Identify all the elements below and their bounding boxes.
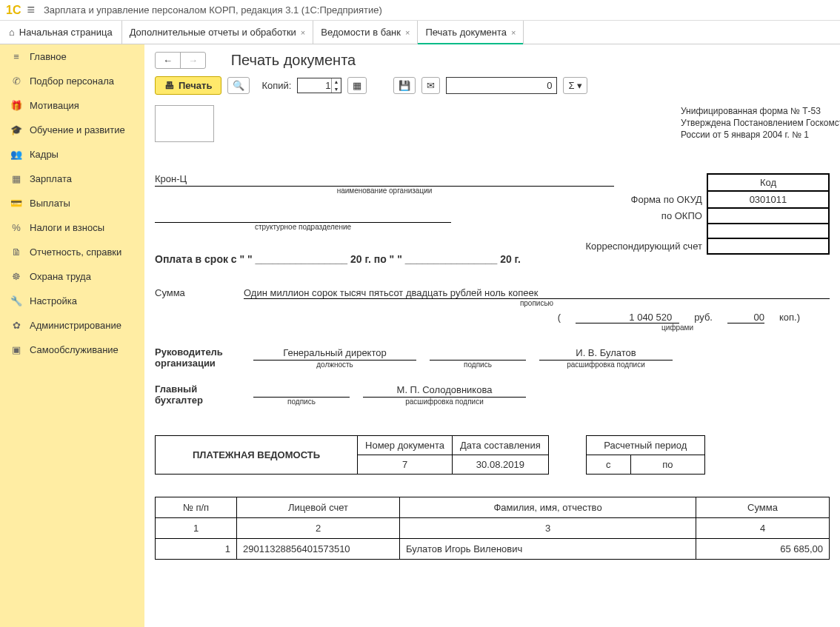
sidebar-item-motivation[interactable]: 🎁Мотивация	[0, 93, 144, 118]
close-icon[interactable]: ×	[405, 28, 410, 37]
code-blank1	[707, 224, 829, 238]
corr-value	[707, 238, 829, 254]
people-icon: 👥	[9, 149, 24, 160]
okpo-value	[707, 208, 829, 224]
okpo-label: по ОКПО	[581, 208, 707, 224]
home-label: Начальная страница	[19, 27, 113, 38]
dept-line	[155, 209, 451, 223]
email-button[interactable]: ✉	[421, 77, 440, 94]
close-icon[interactable]: ×	[301, 28, 305, 37]
doc-number: 7	[358, 455, 453, 475]
sum-label: Сумма	[155, 287, 244, 307]
list-icon: ≡	[9, 51, 24, 62]
accountant-sign	[253, 384, 350, 398]
close-icon[interactable]: ×	[511, 28, 516, 37]
screen-icon: ▣	[9, 344, 24, 355]
sum-sublabel: прописью	[244, 299, 830, 307]
sidebar-item-safety[interactable]: ☸Охрана труда	[0, 264, 144, 289]
manager-job: Генеральный директор	[253, 347, 416, 361]
amount-value: 1 040 520	[576, 312, 679, 323]
spin-up-icon[interactable]: ▲	[331, 78, 340, 86]
sum-words: Один миллион сорок тысяч пятьсот двадцат…	[244, 287, 830, 299]
page-title: Печать документа	[231, 52, 356, 69]
period-table: Расчетный период с по	[586, 435, 705, 475]
sidebar-item-salary[interactable]: ▦Зарплата	[0, 167, 144, 191]
accountant-label: Главный бухгалтер	[155, 383, 240, 406]
doc-icon: 🗎	[9, 247, 24, 258]
print-button[interactable]: 🖶 Печать	[155, 76, 221, 95]
copies-input[interactable]: 1 ▲▼	[297, 78, 341, 93]
doc-header-table: ПЛАТЕЖНАЯ ВЕДОМОСТЬ Номер документа Дата…	[155, 435, 549, 475]
rub-label: руб.	[694, 312, 713, 323]
org-name: Крон-Ц	[155, 173, 614, 187]
code-header: Код	[707, 174, 829, 191]
save-icon: 💾	[399, 80, 410, 91]
manager-sign	[430, 347, 526, 361]
card-icon: 💳	[9, 198, 24, 209]
sidebar-item-hr[interactable]: 👥Кадры	[0, 142, 144, 167]
mail-icon: ✉	[427, 80, 435, 91]
tab-reports[interactable]: Дополнительные отчеты и обработки ×	[122, 21, 314, 44]
tab-print-document[interactable]: Печать документа ×	[418, 21, 524, 44]
sidebar-item-selfservice[interactable]: ▣Самообслуживание	[0, 338, 144, 362]
dept-sublabel: структурное подразделение	[155, 223, 451, 231]
edit-button[interactable]: ▦	[347, 77, 367, 94]
value-field[interactable]: 0	[446, 77, 557, 94]
sidebar-item-main[interactable]: ≡Главное	[0, 44, 144, 69]
forward-button[interactable]: →	[181, 53, 205, 68]
wrench-icon: 🔧	[9, 295, 24, 306]
printer-icon: 🖶	[164, 80, 174, 91]
logo-1c-icon: 1C	[6, 4, 21, 17]
digits-sublabel: цифрами	[155, 323, 830, 332]
gift-icon: 🎁	[9, 100, 24, 111]
zoom-icon: 🔍	[233, 80, 244, 91]
shield-icon: ☸	[9, 271, 24, 282]
doc-date: 30.08.2019	[453, 455, 549, 475]
table-row: 1 29011328856401573510 Булатов Игорь Вил…	[156, 539, 830, 560]
sum-button[interactable]: Σ ▾	[563, 77, 587, 94]
doc-title: ПЛАТЕЖНАЯ ВЕДОМОСТЬ	[156, 436, 358, 475]
spin-down-icon[interactable]: ▼	[331, 86, 340, 93]
payment-table: № п/п Лицевой счет Фамилия, имя, отчеств…	[155, 497, 830, 560]
grid-icon: ▦	[353, 80, 361, 91]
graduation-icon: 🎓	[9, 124, 24, 135]
copies-label: Копий:	[261, 80, 291, 91]
sigma-icon: Σ ▾	[568, 80, 582, 91]
okud-label: Форма по ОКУД	[581, 191, 707, 208]
preview-button[interactable]: 🔍	[227, 77, 250, 94]
doc-box	[155, 105, 214, 142]
sidebar-item-training[interactable]: 🎓Обучение и развитие	[0, 118, 144, 142]
accountant-name: М. П. Солодовникова	[363, 384, 526, 398]
app-title: Зарплата и управление персоналом КОРП, р…	[44, 4, 382, 16]
save-button[interactable]: 💾	[393, 77, 416, 94]
kop-value: 00	[727, 312, 764, 323]
sidebar: ≡Главное ✆Подбор персонала 🎁Мотивация 🎓О…	[0, 44, 144, 627]
kop-label: коп.)	[779, 312, 800, 323]
sidebar-item-settings[interactable]: 🔧Настройка	[0, 289, 144, 313]
percent-icon: %	[9, 222, 24, 233]
manager-name: И. В. Булатов	[539, 347, 673, 361]
home-tab[interactable]: ⌂ Начальная страница	[0, 21, 122, 44]
tab-vedomosti[interactable]: Ведомости в банк ×	[313, 21, 418, 44]
manager-label: Руководитель организации	[155, 346, 240, 369]
back-button[interactable]: ←	[156, 53, 181, 68]
sidebar-item-admin[interactable]: ✿Администрирование	[0, 313, 144, 338]
sidebar-item-taxes[interactable]: %Налоги и взносы	[0, 215, 144, 240]
menu-icon[interactable]: ≡	[27, 2, 35, 18]
pay-period: Оплата в срок с " " ________________ 20 …	[155, 253, 830, 265]
corr-label: Корреспондирующий счет	[581, 238, 707, 254]
form-stamp: Унифицированная форма № Т-53 Утверждена …	[681, 105, 840, 141]
calc-icon: ▦	[9, 173, 24, 184]
gear-icon: ✿	[9, 320, 24, 331]
home-icon: ⌂	[9, 27, 15, 38]
org-sublabel: наименование организации	[155, 187, 614, 195]
phone-icon: ✆	[9, 76, 24, 87]
okud-value: 0301011	[707, 191, 829, 208]
sidebar-item-recruit[interactable]: ✆Подбор персонала	[0, 69, 144, 93]
sidebar-item-payments[interactable]: 💳Выплаты	[0, 191, 144, 215]
sidebar-item-reports[interactable]: 🗎Отчетность, справки	[0, 240, 144, 264]
